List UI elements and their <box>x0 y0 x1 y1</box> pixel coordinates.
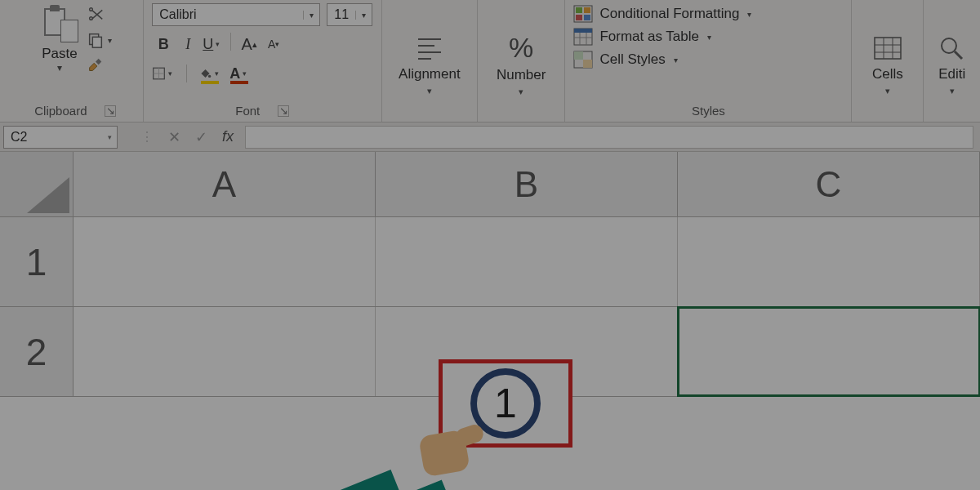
chevron-down-icon[interactable]: ▾ <box>747 10 751 19</box>
cancel-formula-button[interactable]: ✕ <box>168 128 180 146</box>
name-box-value: C2 <box>4 130 102 145</box>
svg-point-28 <box>942 38 956 53</box>
find-icon <box>936 32 969 63</box>
chevron-down-icon[interactable]: ▾ <box>355 11 372 20</box>
cells-label: Cells <box>872 66 903 82</box>
cell-c2[interactable] <box>678 307 980 396</box>
font-name-combo[interactable]: Calibri ▾ <box>152 3 320 26</box>
alignment-label: Alignment <box>399 66 461 82</box>
copy-button[interactable]: ▾ <box>87 31 112 49</box>
paintbrush-icon <box>87 57 105 75</box>
borders-button[interactable]: ▾ <box>152 62 175 85</box>
paste-button[interactable]: Paste ▾ <box>39 3 80 75</box>
svg-line-29 <box>955 51 962 59</box>
font-name-value: Calibri <box>153 7 303 22</box>
chevron-down-icon[interactable]: ▾ <box>166 69 175 78</box>
border-icon <box>152 65 166 82</box>
chevron-down-icon[interactable]: ▾ <box>885 86 890 96</box>
step-number: 1 <box>494 380 517 427</box>
conditional-formatting-icon <box>573 5 593 23</box>
bucket-icon <box>198 65 212 82</box>
chevron-down-icon[interactable]: ▾ <box>427 86 432 96</box>
svg-rect-1 <box>92 37 101 47</box>
group-number: % Number ▾ <box>478 0 565 122</box>
svg-rect-12 <box>584 7 590 13</box>
font-size-combo[interactable]: 11 ▾ <box>327 3 372 26</box>
alignment-button[interactable]: Alignment ▾ <box>399 3 461 120</box>
alignment-icon <box>413 32 446 63</box>
column-header-c[interactable]: C <box>678 152 980 216</box>
conditional-formatting-button[interactable]: Conditional Formatting ▾ <box>573 5 843 23</box>
group-alignment: Alignment ▾ <box>382 0 478 122</box>
cell-a1[interactable] <box>74 217 376 306</box>
decrease-font-button[interactable]: A▾ <box>262 33 285 56</box>
cell-styles-button[interactable]: Cell Styles ▾ <box>573 51 843 69</box>
percent-icon: % <box>509 32 533 64</box>
group-editing: Editi ▾ <box>924 0 980 122</box>
svg-rect-13 <box>576 15 582 20</box>
cut-button[interactable] <box>87 5 112 23</box>
pointing-hand-icon <box>327 425 490 490</box>
group-label-styles: Styles <box>692 104 725 118</box>
svg-point-5 <box>208 75 211 78</box>
chevron-down-icon[interactable]: ▾ <box>57 62 62 74</box>
chevron-down-icon[interactable]: ▾ <box>950 86 955 96</box>
column-header-a[interactable]: A <box>74 152 376 216</box>
formula-input[interactable] <box>245 126 973 149</box>
font-size-value: 11 <box>327 7 355 22</box>
svg-rect-14 <box>584 15 590 20</box>
svg-rect-22 <box>583 60 592 68</box>
clipboard-dialog-launcher[interactable]: ↘ <box>105 105 116 117</box>
svg-rect-21 <box>574 51 583 60</box>
cell-c1[interactable] <box>678 217 980 306</box>
group-cells: Cells ▾ <box>852 0 924 122</box>
ribbon: Paste ▾ ▾ Clipboard ↘ <box>0 0 980 122</box>
bold-button[interactable]: B <box>152 33 175 56</box>
copy-icon <box>87 31 105 49</box>
italic-button[interactable]: I <box>176 33 199 56</box>
insert-function-button[interactable]: fx <box>222 128 234 145</box>
number-label: Number <box>497 67 546 83</box>
group-styles: Conditional Formatting ▾ Format as Table… <box>565 0 852 122</box>
chevron-down-icon[interactable]: ▾ <box>212 69 221 78</box>
paste-label: Paste <box>42 46 77 62</box>
chevron-down-icon[interactable]: ▾ <box>303 11 319 20</box>
row-header-1[interactable]: 1 <box>0 217 74 306</box>
chevron-down-icon[interactable]: ▾ <box>240 69 249 78</box>
svg-rect-11 <box>576 7 582 13</box>
chevron-down-icon[interactable]: ▾ <box>674 56 678 65</box>
cell-a2[interactable] <box>74 307 376 396</box>
cells-icon <box>871 32 904 63</box>
cells-button[interactable]: Cells ▾ <box>871 3 904 120</box>
row-header-2[interactable]: 2 <box>0 307 74 396</box>
cell-b1[interactable] <box>376 217 678 306</box>
underline-button[interactable]: U ▾ <box>201 33 224 56</box>
font-dialog-launcher[interactable]: ↘ <box>278 105 289 117</box>
select-all-corner[interactable] <box>0 152 74 216</box>
number-button[interactable]: % Number ▾ <box>497 3 546 120</box>
formula-bar: C2 ▾ ⋮ ✕ ✓ fx <box>0 122 980 152</box>
column-header-b[interactable]: B <box>376 152 678 216</box>
editing-button[interactable]: Editi ▾ <box>936 3 969 120</box>
format-as-table-button[interactable]: Format as Table ▾ <box>573 28 843 46</box>
group-font: Calibri ▾ 11 ▾ B I U ▾ <box>144 0 382 122</box>
increase-font-button[interactable]: A▴ <box>238 33 261 56</box>
svg-rect-23 <box>875 38 901 59</box>
chevron-down-icon[interactable]: ▾ <box>707 33 711 42</box>
chevron-down-icon[interactable]: ▾ <box>213 40 222 48</box>
group-label-font: Font <box>235 104 260 118</box>
group-label-clipboard: Clipboard <box>34 104 87 118</box>
font-color-button[interactable]: A ▾ <box>228 62 251 85</box>
paste-icon <box>41 5 78 42</box>
group-clipboard: Paste ▾ ▾ Clipboard ↘ <box>8 0 144 122</box>
fill-color-button[interactable]: ▾ <box>198 62 221 85</box>
chevron-down-icon[interactable]: ▾ <box>102 133 117 141</box>
name-box[interactable]: C2 ▾ <box>3 126 118 149</box>
chevron-down-icon[interactable]: ▾ <box>519 87 523 97</box>
format-painter-button[interactable] <box>87 57 112 75</box>
table-icon <box>573 28 593 46</box>
editing-label: Editi <box>938 66 965 82</box>
enter-formula-button[interactable]: ✓ <box>195 128 207 146</box>
scissors-icon <box>87 5 105 23</box>
svg-rect-16 <box>574 29 592 33</box>
